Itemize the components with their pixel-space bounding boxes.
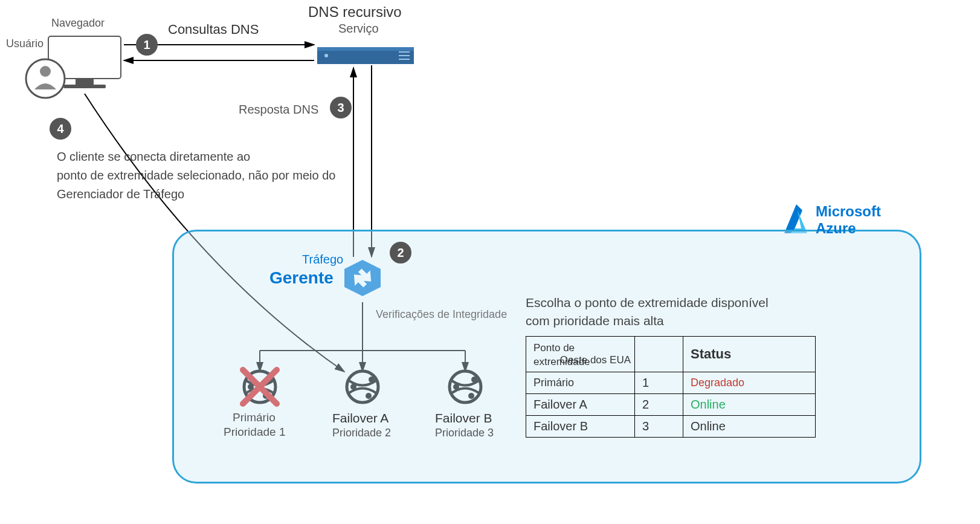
table-row: Primário 1 Degradado (526, 372, 816, 394)
svg-rect-5 (317, 47, 414, 64)
step-3-badge: 3 (330, 97, 352, 118)
priority-table: Ponto de extremidade Oeste dos EUA Statu… (526, 336, 816, 438)
col-status: Status (683, 337, 816, 372)
svg-point-7 (324, 54, 328, 57)
trafego-label: Tráfego (302, 253, 343, 267)
gerente-label: Gerente (269, 268, 334, 288)
azure-brand-1: Microsoft (816, 203, 881, 220)
svg-point-4 (40, 66, 51, 77)
servico-label: Serviço (338, 22, 379, 36)
table-row: Failover A 2 Online (526, 394, 816, 416)
svg-point-3 (26, 59, 65, 98)
fob-pri: Prioridade 3 (435, 427, 494, 439)
svg-rect-1 (76, 79, 94, 85)
primary-pri: Prioridade 1 (224, 425, 285, 439)
choose-endpoint-label: Escolha o ponto de extremidade disponíve… (526, 294, 769, 331)
step-2-badge: 2 (390, 242, 411, 264)
healthchecks-label: Verificações de Integridade (376, 308, 507, 321)
table-row: Failover B 3 Online (526, 416, 816, 438)
navegador-label: Navegador (51, 17, 105, 30)
resposta-dns-label: Resposta DNS (239, 103, 318, 117)
svg-rect-6 (317, 47, 414, 51)
primary-name: Primário (233, 411, 276, 424)
usuario-label: Usuário (6, 37, 44, 50)
svg-rect-0 (48, 36, 121, 79)
consultas-dns-label: Consultas DNS (168, 22, 259, 37)
foa-pri: Prioridade 2 (332, 427, 391, 439)
fob-name: Failover B (435, 411, 492, 425)
client-connects-text: O cliente se conecta diretamente ao pont… (57, 147, 335, 204)
dns-recursivo-label: DNS recursivo (308, 4, 402, 21)
svg-rect-2 (63, 85, 106, 88)
table-header-row: Ponto de extremidade Oeste dos EUA Statu… (526, 337, 816, 372)
step-1-badge: 1 (136, 34, 158, 56)
step-4-badge: 4 (50, 118, 71, 140)
azure-brand-2: Azure (816, 220, 856, 237)
foa-name: Failover A (332, 411, 388, 425)
col-region: Oeste dos EUA (560, 354, 631, 366)
